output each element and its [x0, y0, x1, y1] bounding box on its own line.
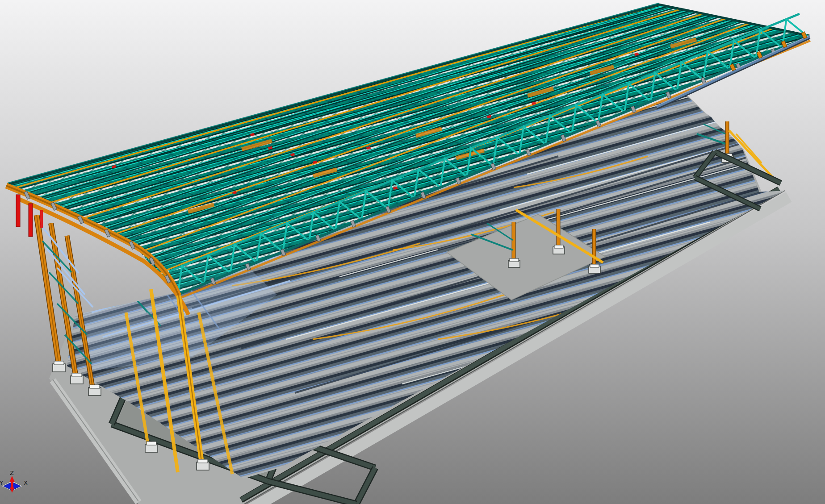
viewport-3d[interactable]: Z Y X [0, 0, 825, 504]
cad-application-window: Z Y X [0, 0, 825, 504]
axis-label-x: X [24, 479, 28, 486]
axis-label-y: Y [0, 479, 3, 486]
axis-label-z: Z [10, 470, 14, 476]
